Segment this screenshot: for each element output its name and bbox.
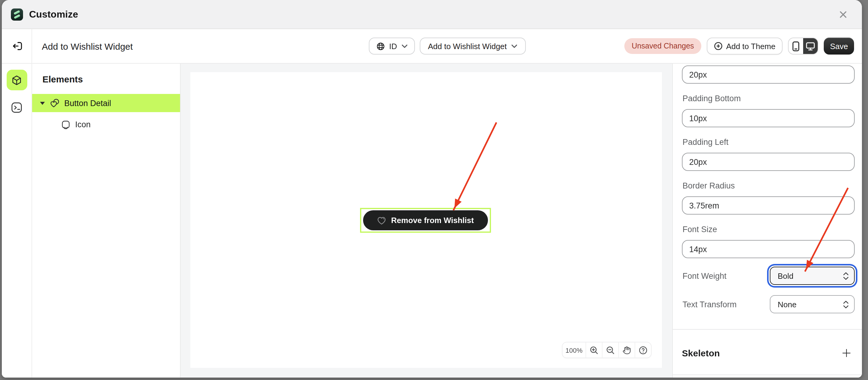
exit-icon[interactable] xyxy=(9,38,25,54)
divider xyxy=(673,375,862,375)
padding-left-input[interactable] xyxy=(682,153,855,171)
field-label: Padding Left xyxy=(683,137,855,147)
tree-item-label: Icon xyxy=(75,120,91,129)
app-logo-icon xyxy=(11,8,23,20)
tree-item-label: Button Detail xyxy=(64,98,111,107)
updown-chevrons-icon xyxy=(843,272,848,280)
desktop-view-button[interactable] xyxy=(803,38,818,54)
plus-icon xyxy=(842,348,851,357)
widget-dropdown[interactable]: Add to Wishlist Widget xyxy=(420,38,526,55)
desktop-icon xyxy=(806,41,815,51)
add-to-theme-label: Add to Theme xyxy=(726,41,776,51)
pan-hand-icon[interactable] xyxy=(618,342,634,357)
header: Add to Wishlist Widget ID xyxy=(32,29,862,64)
add-skeleton-button[interactable] xyxy=(840,347,852,359)
sidebar-item-elements[interactable] xyxy=(6,70,27,90)
zoom-level: 100% xyxy=(562,342,586,357)
divider xyxy=(673,329,862,330)
inspector-panel: Padding Bottom Padding Left Border Radiu… xyxy=(672,64,862,378)
artboard: Remove from Wishlist 100% xyxy=(190,72,662,368)
mobile-view-button[interactable] xyxy=(789,38,803,54)
status-badge: Unsaved Changes xyxy=(624,38,701,54)
locale-label: ID xyxy=(389,41,397,51)
selection-outline: Remove from Wishlist xyxy=(360,208,491,233)
field-label: Border Radius xyxy=(683,181,855,190)
sidebar-item-code[interactable] xyxy=(7,98,26,116)
mobile-icon xyxy=(793,41,800,51)
tree-item-button-detail[interactable]: Button Detail xyxy=(32,94,180,112)
elements-panel-title: Elements xyxy=(42,74,180,84)
terminal-icon xyxy=(10,101,23,114)
topbar: Customize xyxy=(2,0,862,29)
chevron-down-icon xyxy=(511,44,517,48)
widget-dropdown-label: Add to Wishlist Widget xyxy=(428,41,507,51)
tree-item-icon[interactable]: Icon xyxy=(32,118,180,130)
wishlist-button[interactable]: Remove from Wishlist xyxy=(363,210,488,230)
font-weight-value: Bold xyxy=(778,271,794,280)
globe-icon xyxy=(376,41,385,51)
close-icon[interactable] xyxy=(836,7,850,21)
locale-dropdown[interactable]: ID xyxy=(369,38,414,55)
text-transform-value: None xyxy=(778,300,797,309)
stage: Customize xyxy=(0,0,868,380)
field-label: Text Transform xyxy=(683,300,737,309)
heart-icon xyxy=(377,216,386,225)
device-toggle xyxy=(788,38,818,55)
add-to-theme-button[interactable]: Add to Theme xyxy=(707,38,783,55)
canvas: Remove from Wishlist 100% xyxy=(181,64,672,378)
updown-chevrons-icon xyxy=(843,300,848,308)
save-button[interactable]: Save xyxy=(824,38,854,55)
padding-bottom-input[interactable] xyxy=(682,109,855,127)
app-title: Customize xyxy=(29,9,78,20)
padding-top-input[interactable] xyxy=(682,65,855,84)
zoom-out-icon[interactable] xyxy=(602,342,618,357)
field-label: Font Size xyxy=(683,225,855,234)
page-title: Add to Wishlist Widget xyxy=(42,41,133,51)
skeleton-title: Skeleton xyxy=(682,348,720,358)
text-transform-select[interactable]: None xyxy=(770,295,855,313)
cube-icon xyxy=(11,74,23,86)
hearts-icon xyxy=(50,98,59,108)
field-label: Font Weight xyxy=(683,271,726,280)
wishlist-button-label: Remove from Wishlist xyxy=(391,216,474,225)
font-weight-select[interactable]: Bold xyxy=(770,267,855,285)
font-size-input[interactable] xyxy=(682,240,855,258)
skeleton-section: Skeleton xyxy=(682,347,855,359)
plus-circle-icon xyxy=(714,42,722,50)
chevron-down-icon xyxy=(401,44,407,48)
caret-down-icon[interactable] xyxy=(40,101,45,104)
help-icon[interactable] xyxy=(634,342,651,357)
border-radius-input[interactable] xyxy=(682,196,855,215)
elements-panel: Elements Button Detail xyxy=(32,64,181,378)
element-tree: Button Detail Icon xyxy=(32,94,180,130)
zoom-in-icon[interactable] xyxy=(586,342,602,357)
field-label: Padding Bottom xyxy=(683,94,855,103)
customize-window: Customize xyxy=(2,0,862,378)
icon-rail xyxy=(2,29,32,378)
icon-box-icon xyxy=(61,120,70,129)
zoom-toolbar: 100% xyxy=(562,342,651,357)
